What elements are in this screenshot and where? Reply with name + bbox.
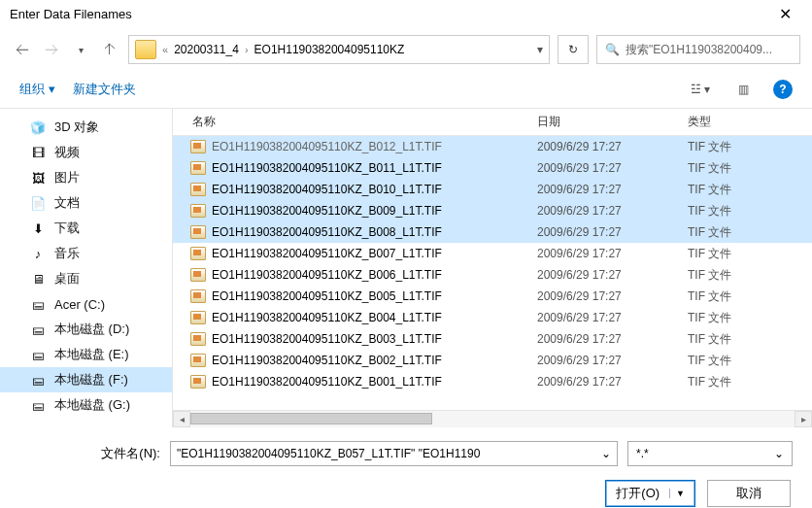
file-row[interactable]: EO1H1190382004095110KZ_B002_L1T.TIF2009/… [173,350,812,371]
column-header-type[interactable]: 类型 [688,114,812,130]
sidebar-label: Acer (C:) [54,297,105,312]
file-name: EO1H1190382004095110KZ_B008_L1T.TIF [212,225,537,239]
file-row[interactable]: EO1H1190382004095110KZ_B008_L1T.TIF2009/… [173,221,812,243]
filter-dropdown-icon: ⌄ [774,447,784,460]
file-date: 2009/6/29 17:27 [537,140,688,153]
file-icon [190,140,206,153]
file-type: TIF 文件 [688,224,731,241]
file-date: 2009/6/29 17:27 [537,247,688,260]
file-row[interactable]: EO1H1190382004095110KZ_B004_L1T.TIF2009/… [173,307,812,328]
sidebar-icon: 🎞 [29,145,47,160]
cancel-button[interactable]: 取消 [707,480,791,507]
sidebar-item-0[interactable]: 🧊3D 对象 [0,115,172,140]
preview-pane-button[interactable]: ▥ [730,77,756,102]
sidebar-icon: 🖼 [29,170,47,186]
sidebar-item-4[interactable]: ⬇下载 [0,216,172,241]
file-name: EO1H1190382004095110KZ_B002_L1T.TIF [212,354,537,367]
file-type-filter[interactable]: *.* ⌄ [627,441,793,466]
file-row[interactable]: EO1H1190382004095110KZ_B011_L1T.TIF2009/… [173,157,812,179]
search-placeholder: 搜索"EO1H119038200409... [626,42,772,58]
file-name: EO1H1190382004095110KZ_B012_L1T.TIF [212,140,537,153]
file-row[interactable]: EO1H1190382004095110KZ_B007_L1T.TIF2009/… [173,243,812,264]
file-type: TIF 文件 [688,246,731,262]
sidebar-item-6[interactable]: 🖥桌面 [0,266,172,291]
file-type: TIF 文件 [688,374,731,390]
sidebar-item-5[interactable]: ♪音乐 [0,241,172,266]
open-button[interactable]: 打开(O)▼ [605,480,695,507]
scroll-left-arrow[interactable]: ◂ [173,411,190,427]
sidebar-item-10[interactable]: 🖴本地磁盘 (F:) [0,367,172,392]
sidebar-label: 图片 [54,169,80,186]
organize-menu[interactable]: 组织 ▾ [19,81,55,98]
file-icon [190,247,206,260]
file-name: EO1H1190382004095110KZ_B004_L1T.TIF [212,311,537,324]
column-header-date[interactable]: 日期 [537,114,688,130]
recent-dropdown[interactable]: ▾ [70,39,91,60]
new-folder-button[interactable]: 新建文件夹 [73,81,136,98]
file-type: TIF 文件 [688,353,731,369]
horizontal-scrollbar[interactable]: ◂ ▸ [173,410,812,427]
file-icon [190,311,206,324]
view-options-button[interactable]: ☳ ▾ [688,77,713,102]
file-row[interactable]: EO1H1190382004095110KZ_B012_L1T.TIF2009/… [173,136,812,157]
file-name: EO1H1190382004095110KZ_B007_L1T.TIF [212,247,537,260]
filename-value: "EO1H1190382004095110KZ_B057_L1T.TIF" "E… [177,447,601,460]
file-type: TIF 文件 [688,139,731,155]
address-dropdown[interactable]: ▾ [537,43,543,56]
file-date: 2009/6/29 17:27 [537,204,688,218]
file-date: 2009/6/29 17:27 [537,289,688,303]
file-row[interactable]: EO1H1190382004095110KZ_B010_L1T.TIF2009/… [173,179,812,200]
sidebar-item-7[interactable]: 🖴Acer (C:) [0,291,172,317]
breadcrumb-seg-2[interactable]: EO1H1190382004095110KZ [254,43,405,56]
file-row[interactable]: EO1H1190382004095110KZ_B005_L1T.TIF2009/… [173,286,812,307]
sidebar-label: 本地磁盘 (D:) [54,321,129,338]
close-button[interactable]: ✕ [765,0,804,28]
sidebar-item-9[interactable]: 🖴本地磁盘 (E:) [0,342,172,367]
sidebar-label: 视频 [54,144,80,161]
sidebar-label: 本地磁盘 (E:) [54,346,129,363]
back-button[interactable]: 🡠 [12,39,33,60]
file-icon [190,204,206,218]
file-date: 2009/6/29 17:27 [537,311,688,324]
address-bar[interactable]: « 20200311_4 › EO1H1190382004095110KZ ▾ [128,35,550,64]
file-row[interactable]: EO1H1190382004095110KZ_B003_L1T.TIF2009/… [173,328,812,350]
sidebar-icon: ⬇ [29,220,47,236]
search-input[interactable]: 🔍 搜索"EO1H119038200409... [596,35,800,64]
refresh-button[interactable]: ↻ [558,35,589,64]
dialog-title: Enter Data Filenames [10,7,765,21]
file-date: 2009/6/29 17:27 [537,375,688,389]
filename-dropdown-icon[interactable]: ⌄ [601,447,611,460]
up-button[interactable]: 🡡 [99,39,120,60]
file-name: EO1H1190382004095110KZ_B009_L1T.TIF [212,204,537,218]
file-row[interactable]: EO1H1190382004095110KZ_B006_L1T.TIF2009/… [173,264,812,286]
sidebar-item-1[interactable]: 🎞视频 [0,140,172,165]
sidebar-label: 桌面 [54,270,80,288]
sidebar-label: 下载 [54,220,80,237]
scroll-thumb[interactable] [190,413,432,424]
filename-label: 文件名(N): [19,445,160,462]
sidebar-label: 本地磁盘 (G:) [54,396,130,414]
file-type: TIF 文件 [688,267,731,284]
file-row[interactable]: EO1H1190382004095110KZ_B001_L1T.TIF2009/… [173,371,812,392]
file-type: TIF 文件 [688,288,731,305]
sidebar-icon: 📄 [29,195,47,211]
sidebar-item-11[interactable]: 🖴本地磁盘 (G:) [0,392,172,418]
search-icon: 🔍 [605,43,620,56]
breadcrumb-prefix: « [162,44,168,55]
sidebar-icon: 🖴 [29,347,47,362]
help-button[interactable]: ? [773,80,793,99]
file-name: EO1H1190382004095110KZ_B001_L1T.TIF [212,375,537,389]
scroll-right-arrow[interactable]: ▸ [795,411,812,427]
sidebar-item-3[interactable]: 📄文档 [0,190,172,216]
file-name: EO1H1190382004095110KZ_B006_L1T.TIF [212,268,537,282]
file-icon [190,332,206,346]
column-header-name[interactable]: 名称 [173,114,537,130]
file-icon [190,161,206,175]
file-date: 2009/6/29 17:27 [537,332,688,346]
filename-input[interactable]: "EO1H1190382004095110KZ_B057_L1T.TIF" "E… [170,441,618,466]
file-row[interactable]: EO1H1190382004095110KZ_B009_L1T.TIF2009/… [173,200,812,221]
breadcrumb-seg-1[interactable]: 20200311_4 [174,43,239,56]
sidebar-item-2[interactable]: 🖼图片 [0,165,172,190]
forward-button[interactable]: 🡢 [41,39,62,60]
sidebar-item-8[interactable]: 🖴本地磁盘 (D:) [0,317,172,342]
